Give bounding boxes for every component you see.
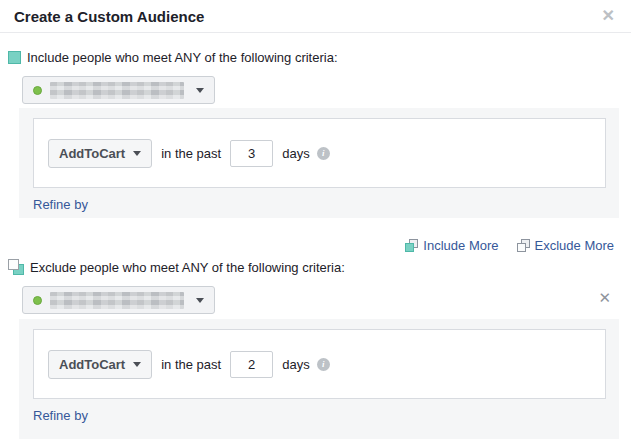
more-actions-row: Include More Exclude More: [8, 238, 619, 253]
exclude-rule-box: AddToCart in the past days i: [33, 329, 606, 399]
modal-body: Include people who meet ANY of the follo…: [0, 50, 631, 439]
exclude-rule-panel: AddToCart in the past days i Refine by: [19, 319, 619, 439]
exclude-refine-by-link[interactable]: Refine by: [33, 408, 88, 423]
chevron-down-icon: [196, 298, 204, 303]
include-heading-row: Include people who meet ANY of the follo…: [8, 50, 631, 65]
exclude-more-label: Exclude More: [535, 238, 614, 253]
modal-title: Create a Custom Audience: [14, 8, 204, 25]
exclude-source-row: ✕: [22, 286, 631, 314]
include-more-label: Include More: [423, 238, 498, 253]
exclude-more-icon: [517, 239, 530, 252]
chevron-down-icon: [133, 362, 141, 367]
chevron-down-icon: [133, 151, 141, 156]
include-rule-panel: AddToCart in the past days i Refine by: [19, 108, 619, 218]
close-icon[interactable]: ✕: [602, 8, 615, 24]
exclude-event-dropdown[interactable]: AddToCart: [48, 350, 152, 379]
exclude-days-label: days: [282, 357, 309, 372]
source-status-dot: [33, 296, 42, 305]
include-rule-box: AddToCart in the past days i: [33, 118, 606, 188]
exclude-middle-text: in the past: [161, 357, 221, 372]
exclude-criteria-icon: [8, 259, 24, 275]
include-more-icon: [405, 239, 418, 252]
include-event-label: AddToCart: [59, 146, 125, 161]
include-event-dropdown[interactable]: AddToCart: [48, 139, 152, 168]
include-days-input[interactable]: [230, 140, 273, 167]
include-more-link[interactable]: Include More: [405, 238, 498, 253]
exclude-heading: Exclude people who meet ANY of the follo…: [30, 260, 345, 275]
exclude-event-label: AddToCart: [59, 357, 125, 372]
include-days-label: days: [282, 146, 309, 161]
redacted-source-name: [50, 82, 184, 99]
include-source-row: [22, 76, 631, 104]
exclude-days-input[interactable]: [230, 351, 273, 378]
info-icon[interactable]: i: [317, 358, 330, 371]
remove-exclude-icon[interactable]: ✕: [598, 290, 611, 305]
include-refine-by-link[interactable]: Refine by: [33, 197, 88, 212]
include-criteria-icon: [8, 51, 21, 64]
include-heading: Include people who meet ANY of the follo…: [27, 50, 338, 65]
redacted-source-name: [50, 292, 184, 309]
chevron-down-icon: [196, 88, 204, 93]
include-source-dropdown[interactable]: [22, 76, 215, 104]
source-status-dot: [33, 86, 42, 95]
exclude-more-link[interactable]: Exclude More: [517, 238, 614, 253]
exclude-heading-row: Exclude people who meet ANY of the follo…: [8, 259, 631, 275]
create-custom-audience-modal: Create a Custom Audience ✕ Include peopl…: [0, 0, 631, 445]
modal-header: Create a Custom Audience ✕: [0, 0, 631, 33]
include-middle-text: in the past: [161, 146, 221, 161]
info-icon[interactable]: i: [317, 147, 330, 160]
exclude-source-dropdown[interactable]: [22, 286, 215, 314]
